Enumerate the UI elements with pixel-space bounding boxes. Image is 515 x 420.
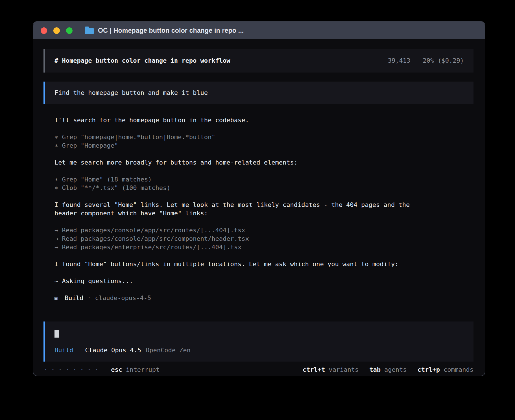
assistant-paragraph: I found "Home" buttons/links in multiple… (54, 260, 422, 268)
model-label[interactable]: Claude Opus 4.5 (85, 346, 141, 355)
input-status-line: Build Claude Opus 4.5 OpenCode Zen (54, 346, 464, 355)
tool-call-read: → Read packages/console/app/src/routes/[… (54, 226, 422, 235)
build-agent-icon: ▣ (54, 294, 58, 302)
user-message: Find the homepage button and make it blu… (43, 82, 473, 104)
assistant-paragraph: I'll search for the homepage button in t… (54, 116, 422, 124)
context-cost: 20% ($0.29) (423, 56, 464, 65)
zoom-button[interactable] (66, 27, 73, 34)
tool-call-grep: ∗ Grep "Homepage" (54, 141, 422, 150)
shortcut-commands: ctrl+p commands (418, 366, 473, 374)
tool-call-read: → Read packages/enterprise/src/routes/[.… (54, 243, 422, 251)
esc-key-hint: esc (111, 366, 122, 374)
ctrl-t-key-hint: ctrl+t (303, 366, 325, 374)
session-heading: # Homepage button color change in repo w… (54, 56, 230, 65)
agent-model: claude-opus-4-5 (95, 294, 151, 302)
tab-key-hint: tab (369, 366, 381, 374)
text-cursor (54, 330, 59, 338)
prompt-input[interactable]: Build Claude Opus 4.5 OpenCode Zen (43, 321, 473, 362)
agent-separator: · (87, 294, 91, 302)
agent-status-line: ▣ Build · claude-opus-4-5 (54, 294, 422, 302)
user-message-text: Find the homepage button and make it blu… (54, 89, 208, 96)
window-title: OC | Homepage button color change in rep… (98, 27, 244, 34)
token-count: 39,413 (388, 56, 410, 65)
session-header: # Homepage button color change in repo w… (43, 49, 473, 73)
status-bar-right: ctrl+t variants tab agents ctrl+p comman… (303, 366, 473, 374)
terminal-content: # Homepage button color change in repo w… (33, 39, 485, 376)
shortcut-agents: tab agents (369, 366, 407, 374)
tool-call-group: → Read packages/console/app/src/routes/[… (54, 226, 422, 251)
folder-icon (85, 28, 94, 34)
window-title-group: OC | Homepage button color change in rep… (85, 27, 244, 34)
tool-call-grep: ∗ Grep "homepage|home.*button|Home.*butt… (54, 133, 422, 141)
status-bar: ········ esc interrupt ctrl+t variants t… (43, 362, 473, 376)
provider-label: OpenCode Zen (146, 346, 191, 355)
agent-mode-label[interactable]: Build (54, 346, 73, 355)
assistant-status-text: ~ Asking questions... (54, 277, 422, 285)
window-titlebar[interactable]: OC | Homepage button color change in rep… (33, 22, 485, 39)
session-stats: 39,413 20% ($0.29) (388, 56, 464, 65)
tool-call-group: ∗ Grep "homepage|home.*button|Home.*butt… (54, 133, 422, 150)
status-bar-left: ········ esc interrupt (43, 366, 160, 374)
commands-hint: commands (444, 366, 473, 374)
tool-call-glob: ∗ Glob "**/*.tsx" (100 matches) (54, 184, 422, 192)
agent-name: Build (65, 294, 83, 302)
tool-call-grep: ∗ Grep "Home" (18 matches) (54, 175, 422, 184)
minimize-button[interactable] (53, 27, 60, 34)
tool-call-read: → Read packages/console/app/src/componen… (54, 235, 422, 243)
ctrl-p-key-hint: ctrl+p (418, 366, 440, 374)
agents-hint: agents (384, 366, 407, 374)
interrupt-hint: interrupt (126, 366, 160, 374)
variants-hint: variants (329, 366, 359, 374)
assistant-paragraph: I found several "Home" links. Let me loo… (54, 201, 422, 218)
assistant-paragraph: Let me search more broadly for buttons a… (54, 158, 422, 167)
tool-call-group: ∗ Grep "Home" (18 matches) ∗ Glob "**/*.… (54, 175, 422, 192)
assistant-transcript: I'll search for the homepage button in t… (43, 116, 473, 311)
shortcut-variants: ctrl+t variants (303, 366, 359, 374)
terminal-window: OC | Homepage button color change in rep… (33, 21, 485, 376)
spinner-dots: ········ (43, 366, 101, 374)
close-button[interactable] (41, 27, 47, 34)
